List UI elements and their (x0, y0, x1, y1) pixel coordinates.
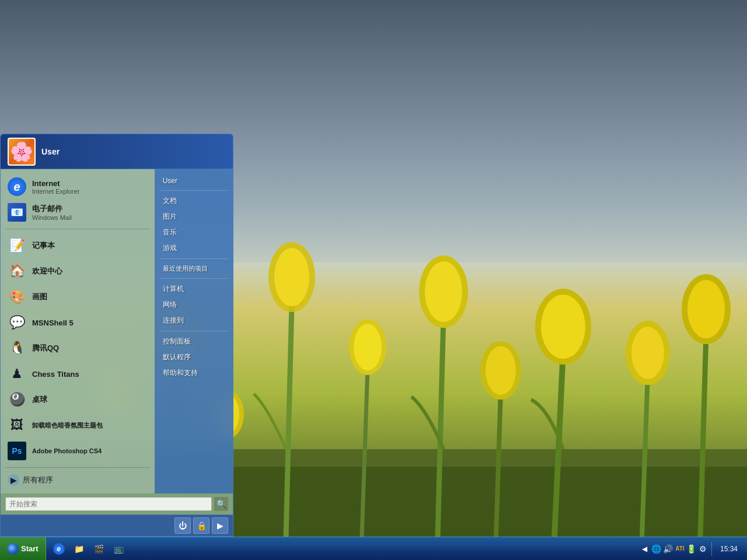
taskbar-app-ie[interactable]: e (48, 540, 69, 558)
right-item-help[interactable]: 帮助和支持 (155, 365, 233, 381)
user-name: User (41, 147, 60, 156)
search-input[interactable] (5, 497, 212, 511)
svg-point-24 (349, 319, 386, 375)
app4-taskbar-icon: 📺 (114, 544, 124, 554)
start-menu-left: e Internet Internet Explorer 📧 电子邮件 Wind… (1, 169, 155, 494)
qq-icon: 🐧 (8, 339, 26, 358)
folder-taskbar-icon: 📁 (74, 544, 85, 554)
menu-item-internet-text: Internet Internet Explorer (32, 179, 79, 195)
svg-line-17 (642, 373, 648, 537)
user-avatar: 🌸 (8, 138, 36, 166)
start-menu: 🌸 User e Internet Internet Explorer 📧 (0, 134, 233, 537)
svg-line-11 (438, 315, 444, 537)
svg-point-19 (631, 327, 664, 379)
svg-point-22 (687, 280, 725, 338)
svg-point-15 (535, 289, 591, 365)
menu-item-chess[interactable]: ♟ Chess Titans (1, 361, 155, 387)
svg-line-20 (700, 332, 706, 537)
svg-point-18 (626, 321, 670, 385)
tray-icon-ati[interactable]: ATI (675, 544, 685, 554)
right-item-pictures[interactable]: 图片 (155, 209, 233, 225)
svg-point-13 (425, 261, 462, 322)
lock-icon: 🔒 (197, 521, 207, 530)
search-button[interactable]: 🔍 (214, 497, 228, 511)
all-programs-button[interactable]: ▶ 所有程序 (1, 471, 155, 489)
notepad-icon: 📝 (8, 236, 26, 255)
power-icon: ⏻ (179, 521, 187, 530)
svg-point-25 (354, 324, 382, 370)
right-item-control-panel[interactable]: 控制面板 (155, 334, 233, 349)
all-programs-label: 所有程序 (23, 475, 53, 485)
tray-icon-settings[interactable]: ⚙ (699, 544, 708, 554)
menu-item-welcome[interactable]: 🏠 欢迎中心 (1, 258, 155, 284)
taskbar-app-4[interactable]: 📺 (109, 540, 129, 558)
right-item-documents[interactable]: 文档 (155, 193, 233, 209)
svg-point-28 (486, 346, 516, 395)
taskbar-right: ◀ 🌐 🔊 ATI 🔋 ⚙ 15:34 (636, 537, 747, 560)
menu-divider-1 (5, 229, 150, 229)
menu-item-theme[interactable]: 🖼 卸载暗色暗香氛围主题包 (1, 412, 155, 438)
right-item-default-programs[interactable]: 默认程序 (155, 349, 233, 365)
theme-icon: 🖼 (8, 416, 26, 435)
chess-icon: ♟ (8, 365, 26, 383)
right-divider-4 (159, 331, 228, 331)
start-menu-header: 🌸 User (1, 134, 233, 169)
right-item-username[interactable]: User (155, 174, 233, 188)
right-divider-2 (159, 258, 228, 259)
all-programs-icon: ▶ (8, 474, 19, 486)
right-item-games[interactable]: 游戏 (155, 240, 233, 256)
tray-icon-arrow[interactable]: ◀ (640, 544, 650, 554)
menu-item-internet[interactable]: e Internet Internet Explorer (1, 174, 155, 200)
menu-item-email[interactable]: 📧 电子邮件 Windows Mail (1, 200, 155, 225)
arrow-button[interactable]: ▶ (212, 517, 228, 534)
user-avatar-icon: 🌸 (10, 141, 33, 163)
power-button[interactable]: ⏻ (174, 517, 191, 534)
internet-explorer-icon: e (8, 177, 26, 196)
menu-item-msnshell[interactable]: 💬 MSNShell 5 (1, 310, 155, 335)
tray-icon-audio[interactable]: 🔊 (664, 544, 673, 554)
right-divider-1 (159, 190, 228, 191)
arrow-icon: ▶ (217, 521, 224, 530)
start-label: Start (21, 544, 39, 553)
taskbar: Start e 📁 🎬 📺 ◀ 🌐 🔊 ATI 🔋 ⚙ 15:34 (0, 537, 747, 560)
desktop: 🌸 User e Internet Internet Explorer 📧 (0, 0, 747, 560)
menu-item-billiards[interactable]: 🎱 桌球 (1, 387, 155, 412)
taskbar-app-folder[interactable]: 📁 (69, 540, 89, 558)
paint-icon: 🎨 (8, 288, 26, 306)
right-divider-3 (159, 278, 228, 279)
photoshop-icon: Ps (8, 442, 26, 460)
svg-line-14 (554, 350, 563, 537)
start-button[interactable]: Start (0, 537, 46, 561)
svg-point-12 (419, 256, 468, 328)
svg-point-27 (480, 341, 521, 400)
menu-divider-2 (5, 467, 150, 468)
right-item-music[interactable]: 音乐 (155, 225, 233, 240)
start-menu-search-bar: 🔍 (1, 494, 233, 514)
right-item-connect[interactable]: 连接到 (155, 313, 233, 328)
svg-line-23 (362, 368, 368, 537)
email-icon: 📧 (8, 203, 26, 222)
right-item-network[interactable]: 网络 (155, 297, 233, 313)
taskbar-app-media[interactable]: 🎬 (89, 540, 109, 558)
windows-orb-icon (7, 543, 19, 555)
media-taskbar-icon: 🎬 (94, 544, 104, 554)
right-item-computer[interactable]: 计算机 (155, 281, 233, 297)
tray-icon-network[interactable]: 🌐 (652, 544, 661, 554)
svg-line-26 (496, 391, 501, 537)
msnshell-icon: 💬 (8, 313, 26, 332)
menu-item-email-text: 电子邮件 Windows Mail (32, 204, 72, 221)
svg-point-21 (682, 274, 731, 344)
tray-icon-battery[interactable]: 🔋 (687, 544, 696, 554)
menu-item-qq[interactable]: 🐧 腾讯QQ (1, 335, 155, 361)
menu-item-photoshop[interactable]: Ps Adobe Photoshop CS4 (1, 438, 155, 464)
start-menu-right: User 文档 图片 音乐 游戏 最近使用的项目 (155, 169, 233, 494)
svg-line-5 (286, 303, 292, 537)
start-menu-actions: ⏻ 🔒 ▶ (1, 514, 233, 536)
menu-item-notepad[interactable]: 📝 记事本 (1, 233, 155, 258)
menu-item-paint[interactable]: 🎨 画图 (1, 284, 155, 310)
system-clock[interactable]: 15:34 (715, 545, 742, 553)
right-item-recent[interactable]: 最近使用的项目 (155, 261, 233, 276)
tray-separator (711, 542, 712, 556)
lock-button[interactable]: 🔒 (193, 517, 210, 534)
billiards-icon: 🎱 (8, 390, 26, 409)
